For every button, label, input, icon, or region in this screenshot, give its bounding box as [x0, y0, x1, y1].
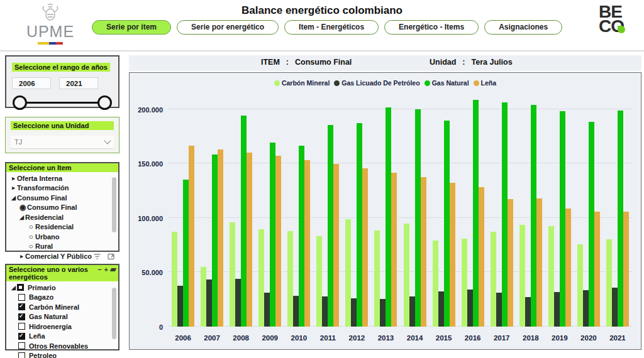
bar-2008-Gas Natural[interactable] [241, 116, 247, 327]
year-range-slider[interactable] [12, 95, 113, 111]
year-to-input[interactable]: 2021 [59, 77, 98, 89]
bar-2018-Gas Licuado De Petróleo[interactable] [525, 297, 531, 327]
bar-2009-Gas Natural[interactable] [270, 143, 275, 327]
collapsed-arrow-icon[interactable]: ▸ [10, 185, 17, 191]
radio-icon[interactable]: ○ [26, 232, 35, 241]
bar-2006-Gas Licuado De Petróleo[interactable] [177, 286, 183, 327]
bar-2017-Leña[interactable] [508, 199, 513, 327]
bar-2021-Carbón Mineral[interactable] [606, 239, 612, 327]
expanded-arrow-icon[interactable]: ◢ [18, 214, 25, 220]
collapsed-arrow-icon[interactable]: ▸ [18, 253, 25, 259]
legend-item[interactable]: Gas Natural [425, 79, 469, 87]
bar-2011-Carbón Mineral[interactable] [316, 236, 322, 327]
legend-item[interactable]: Carbón Mineral [274, 79, 330, 87]
bar-2016-Carbón Mineral[interactable] [462, 239, 467, 327]
energy-tree-scrollbar[interactable] [112, 288, 116, 339]
bar-2008-Gas Licuado De Petróleo[interactable] [235, 279, 241, 327]
bar-2006-Gas Natural[interactable] [183, 180, 189, 327]
bar-2012-Gas Natural[interactable] [357, 123, 362, 327]
bar-2019-Carbón Mineral[interactable] [548, 226, 554, 327]
checked-checkbox-icon[interactable] [18, 333, 25, 340]
unchecked-checkbox-icon[interactable] [18, 323, 25, 330]
bar-2009-Carbón Mineral[interactable] [258, 229, 264, 327]
bar-2019-Gas Natural[interactable] [560, 111, 565, 327]
clear-selections-icon[interactable] [110, 268, 116, 271]
energy-tree-row[interactable]: ◢Primario [10, 283, 117, 293]
slider-handle-right[interactable] [97, 95, 112, 110]
collapse-all-icon[interactable]: − [97, 266, 101, 273]
bar-2013-Leña[interactable] [391, 173, 397, 327]
item-tree-row[interactable]: ○Residencial [10, 222, 117, 232]
bar-2010-Leña[interactable] [304, 160, 310, 327]
energy-tree-row[interactable]: Bagazo [10, 293, 117, 303]
nav-tab-1[interactable]: Serie por item [92, 20, 171, 35]
bar-2010-Gas Licuado De Petróleo[interactable] [293, 296, 299, 327]
bar-2014-Gas Natural[interactable] [415, 109, 421, 327]
bar-2011-Gas Natural[interactable] [328, 125, 333, 327]
item-tree-row[interactable]: ◢Residencial [10, 212, 117, 222]
bar-2021-Gas Licuado De Petróleo[interactable] [612, 288, 618, 327]
partial-checkbox-icon[interactable] [17, 284, 24, 291]
focus-mode-icon[interactable] [108, 253, 115, 260]
checked-checkbox-icon[interactable] [18, 313, 25, 320]
bar-2014-Leña[interactable] [421, 177, 426, 327]
item-tree-row[interactable]: ▸Oferta Interna [10, 173, 117, 183]
bar-2007-Gas Natural[interactable] [212, 155, 218, 327]
nav-tab-2[interactable]: Serie por energético [177, 20, 279, 35]
bar-2013-Carbón Mineral[interactable] [374, 231, 380, 327]
bar-2011-Gas Licuado De Petróleo[interactable] [322, 296, 328, 327]
radio-icon[interactable]: ○ [26, 242, 35, 251]
radio-icon[interactable]: ◉ [18, 203, 27, 212]
bar-2012-Carbón Mineral[interactable] [345, 219, 351, 327]
bar-2014-Carbón Mineral[interactable] [404, 224, 409, 327]
item-tree-row[interactable]: ◉Consumo Final [10, 203, 117, 213]
bar-2007-Gas Licuado De Petróleo[interactable] [206, 279, 212, 327]
bar-2021-Leña[interactable] [623, 212, 629, 327]
checked-checkbox-icon[interactable] [18, 303, 25, 310]
bar-2020-Gas Licuado De Petróleo[interactable] [583, 290, 589, 327]
bar-2017-Carbón Mineral[interactable] [491, 232, 496, 327]
energy-tree-row[interactable]: Leña [10, 332, 117, 342]
nav-tab-3[interactable]: Item - Energéticos [284, 20, 379, 35]
bar-2011-Leña[interactable] [333, 164, 339, 327]
radio-icon[interactable]: ○ [26, 222, 35, 231]
item-tree-row[interactable]: ○Rural [10, 242, 117, 252]
item-tree-row[interactable]: ○Urbano [10, 232, 117, 242]
bar-2016-Leña[interactable] [479, 187, 484, 327]
bar-2019-Gas Licuado De Petróleo[interactable] [554, 292, 560, 327]
bar-2010-Carbón Mineral[interactable] [287, 231, 293, 327]
bar-2007-Carbón Mineral[interactable] [201, 267, 206, 327]
year-from-input[interactable]: 2006 [12, 77, 51, 89]
bar-2020-Carbón Mineral[interactable] [577, 244, 583, 327]
bar-2019-Leña[interactable] [565, 209, 571, 327]
bar-2013-Gas Licuado De Petróleo[interactable] [380, 299, 386, 327]
bar-2016-Gas Natural[interactable] [473, 100, 479, 327]
energy-tree-row[interactable]: Gas Natural [10, 312, 117, 322]
bar-2015-Carbón Mineral[interactable] [433, 241, 438, 327]
bar-2006-Carbón Mineral[interactable] [172, 232, 177, 327]
bar-2015-Leña[interactable] [450, 183, 455, 327]
energy-tree-row[interactable]: Otros Renovables [10, 341, 117, 351]
bar-2020-Gas Natural[interactable] [589, 122, 594, 327]
bar-2015-Gas Licuado De Petróleo[interactable] [438, 291, 444, 327]
expanded-arrow-icon[interactable]: ◢ [10, 285, 17, 291]
item-tree-row[interactable]: ◢Consumo Final [10, 193, 117, 203]
bar-2012-Gas Licuado De Petróleo[interactable] [351, 298, 357, 327]
slider-track[interactable] [18, 102, 106, 104]
bar-2012-Leña[interactable] [362, 168, 368, 327]
bar-2017-Gas Natural[interactable] [502, 102, 508, 327]
filter-icon[interactable] [93, 253, 101, 260]
expand-all-icon[interactable]: + [104, 266, 108, 273]
bar-2013-Gas Natural[interactable] [386, 107, 391, 327]
bar-2018-Gas Natural[interactable] [531, 105, 536, 327]
expanded-arrow-icon[interactable]: ◢ [10, 195, 17, 201]
item-tree-row[interactable]: ▸Transformación [10, 183, 117, 193]
bar-2007-Leña[interactable] [218, 149, 223, 327]
bar-2006-Leña[interactable] [189, 146, 194, 327]
unit-dropdown[interactable]: TJ [11, 136, 114, 149]
nav-tab-4[interactable]: Energético - Items [384, 20, 479, 35]
bar-2015-Gas Natural[interactable] [444, 121, 450, 327]
unchecked-checkbox-icon[interactable] [18, 352, 25, 358]
legend-item[interactable]: Leña [474, 79, 497, 87]
legend-item[interactable]: Gas Licuado De Petróleo [334, 79, 419, 87]
